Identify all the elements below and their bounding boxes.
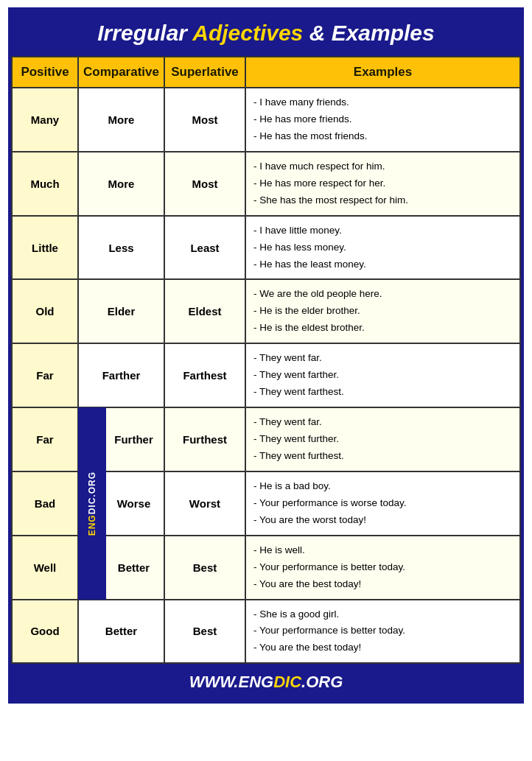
- cell-examples: - He is well.- Your performance is bette…: [245, 536, 520, 600]
- footer-part1: WWW.ENG: [189, 673, 273, 691]
- cell-positive: Old: [12, 279, 78, 343]
- cell-examples: - I have many friends.- He has more frie…: [245, 88, 520, 152]
- cell-superlative: Worst: [164, 471, 245, 536]
- table-row: LittleLessLeast- I have little money.- H…: [12, 216, 520, 280]
- cell-superlative: Best: [164, 600, 245, 664]
- table-header-row: Positive Comparative Superlative Example…: [12, 57, 520, 88]
- cell-comparative: Better: [78, 600, 164, 664]
- table-row: MuchMoreMost- I have much respect for hi…: [12, 152, 520, 216]
- cell-examples: - She is a good girl.- Your performance …: [245, 600, 520, 664]
- title-bar: Irregular Adjectives & Examples: [11, 10, 521, 56]
- table-row: GoodBetterBest- She is a good girl.- You…: [12, 600, 520, 664]
- title-part2: & Examples: [303, 21, 434, 45]
- page-title: Irregular Adjectives & Examples: [18, 21, 514, 46]
- table-row: FarFartherFarthest- They went far.- They…: [12, 343, 520, 407]
- header-superlative: Superlative: [164, 57, 245, 88]
- cell-superlative: Farthest: [164, 343, 245, 407]
- footer-bar: WWW.ENGDIC.ORG: [11, 664, 521, 701]
- header-positive: Positive: [12, 57, 78, 88]
- cell-superlative: Furthest: [164, 407, 245, 471]
- cell-positive: Far: [12, 407, 78, 471]
- cell-positive: Little: [12, 216, 78, 280]
- cell-superlative: Most: [164, 152, 245, 216]
- cell-comparative: Less: [78, 216, 164, 280]
- cell-superlative: Least: [164, 216, 245, 280]
- title-part1: Irregular: [97, 21, 192, 45]
- footer-text: WWW.ENGDIC.ORG: [18, 673, 514, 692]
- cell-positive: Bad: [12, 471, 78, 536]
- footer-highlight: DIC: [273, 673, 301, 691]
- cell-comparative: More: [78, 152, 164, 216]
- table-row: OldElderEldest- We are the old people he…: [12, 279, 520, 343]
- cell-positive: Good: [12, 600, 78, 664]
- title-highlight: Adjectives: [192, 21, 303, 45]
- cell-examples: - They went far.- They went farther.- Th…: [245, 343, 520, 407]
- cell-positive: Many: [12, 88, 78, 152]
- header-examples: Examples: [245, 57, 520, 88]
- cell-examples: - He is a bad boy.- Your performance is …: [245, 471, 520, 536]
- main-container: Irregular Adjectives & Examples Positive…: [8, 7, 524, 704]
- cell-superlative: Best: [164, 536, 245, 600]
- cell-comparative: Farther: [78, 343, 164, 407]
- cell-examples: - I have little money.- He has less mone…: [245, 216, 520, 280]
- cell-positive: Well: [12, 536, 78, 600]
- footer-part2: .ORG: [301, 673, 343, 691]
- cell-superlative: Eldest: [164, 279, 245, 343]
- cell-comparative: Elder: [78, 279, 164, 343]
- cell-examples: - We are the old people here.- He is the…: [245, 279, 520, 343]
- header-comparative: Comparative: [78, 57, 164, 88]
- cell-examples: - I have much respect for him.- He has m…: [245, 152, 520, 216]
- cell-positive: Far: [12, 343, 78, 407]
- cell-superlative: Most: [164, 88, 245, 152]
- table-row: ManyMoreMost- I have many friends.- He h…: [12, 88, 520, 152]
- table-wrap: Positive Comparative Superlative Example…: [11, 56, 521, 664]
- cell-comparative: More: [78, 88, 164, 152]
- cell-positive: Much: [12, 152, 78, 216]
- cell-examples: - They went far.- They went further.- Th…: [245, 407, 520, 471]
